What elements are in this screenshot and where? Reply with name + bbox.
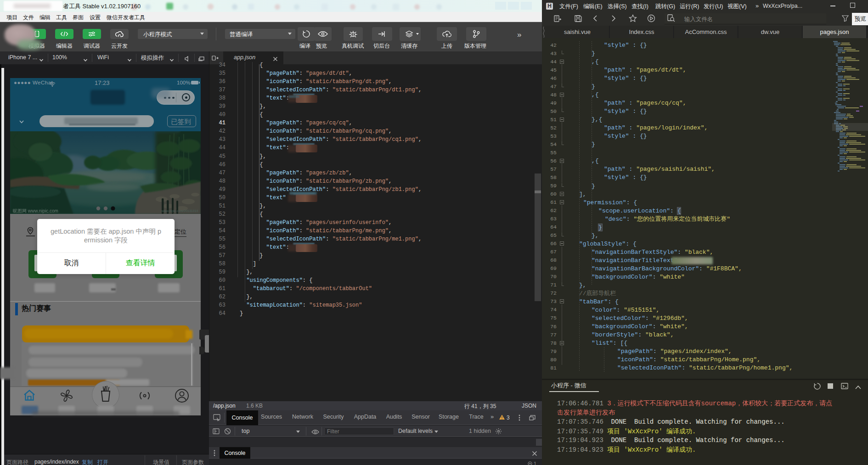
svg-text:1: 1 — [534, 461, 536, 465]
svg-text:3: 3 — [507, 415, 510, 420]
